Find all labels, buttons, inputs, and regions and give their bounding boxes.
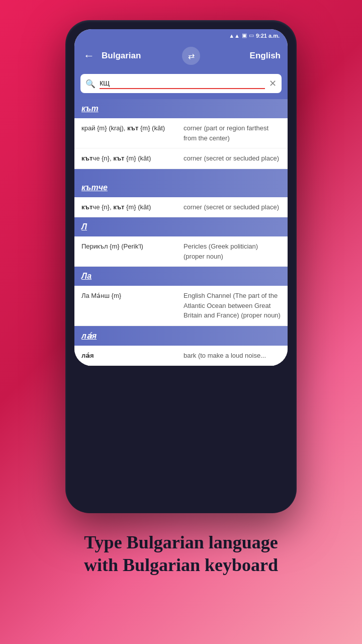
entry-left-1-0: кътче {n}, кът {m} (kăt) [81, 202, 178, 212]
section-header-word-4[interactable]: ла́я [81, 332, 97, 340]
table-row: кътче {n}, кът {m} (kăt)corner (secret o… [74, 197, 288, 218]
section-header-word-2[interactable]: Л [81, 222, 87, 231]
entry-right-2-0: Pericles (Greek politician) (proper noun… [184, 242, 281, 261]
section-header-0: кът [74, 99, 288, 118]
table-row: Ла Ма́нш {m}English Channel (The part of… [74, 286, 288, 326]
bottom-text-block: Type Bulgarian language with Bulgarian k… [64, 531, 298, 577]
table-row: Перикъл {m} (Perik'l)Pericles (Greek pol… [74, 236, 288, 267]
bottom-headline: Type Bulgarian language with Bulgarian k… [84, 531, 278, 577]
clear-search-button[interactable]: ✕ [269, 78, 277, 89]
section-header-word-1[interactable]: кътче [81, 183, 108, 192]
status-bar: ▲▲ ▣ ▭ 9:21 a.m. [74, 29, 288, 42]
section-header-word-3[interactable]: Ла [81, 272, 92, 280]
section-header-3: Ла [74, 267, 288, 286]
battery-icon: ▭ [249, 32, 254, 39]
status-icons: ▲▲ ▣ ▭ 9:21 a.m. [229, 32, 280, 39]
entry-left-3-0: Ла Ма́нш {m} [81, 291, 178, 320]
phone-screen: ▲▲ ▣ ▭ 9:21 a.m. ← Bulgarian ⇄ English 🔍 [74, 29, 288, 366]
entry-left-4-0: ла́я [81, 351, 178, 361]
phone-frame: ▲▲ ▣ ▭ 9:21 a.m. ← Bulgarian ⇄ English 🔍 [65, 20, 297, 513]
search-input-wrapper: 🔍 кщ ✕ [80, 74, 282, 93]
back-button[interactable]: ← [81, 47, 97, 64]
section-header-1: кътче [74, 169, 288, 197]
search-bar: 🔍 кщ ✕ [74, 70, 288, 99]
entry-right-0-0: corner (part or region farthest from the… [184, 123, 281, 143]
entry-left-2-0: Перикъл {m} (Perik'l) [81, 242, 178, 261]
section-header-2: Л [74, 217, 288, 236]
sim-icon: ▣ [242, 32, 247, 39]
section-header-word-0[interactable]: кът [81, 104, 99, 113]
entry-left-0-1: кътче {n}, кът {m} (kăt) [81, 153, 178, 164]
source-language-label: Bulgarian [102, 51, 177, 61]
entry-left-0-0: край {m} (kraj), кът {m} (kăt) [81, 123, 178, 143]
table-row: край {m} (kraj), кът {m} (kăt)corner (pa… [74, 118, 288, 148]
toolbar: ← Bulgarian ⇄ English [74, 42, 288, 70]
target-language-label: English [205, 51, 281, 61]
search-icon: 🔍 [85, 79, 96, 89]
entry-right-3-0: English Channel (The part of the Atlanti… [184, 291, 281, 320]
status-time: 9:21 a.m. [256, 33, 280, 39]
section-header-4: ла́я [74, 326, 288, 346]
table-row: ла́яbark (to make a loud noise... [74, 346, 288, 366]
dictionary-content: къткрай {m} (kraj), кът {m} (kăt)corner … [74, 99, 288, 366]
entry-right-0-1: corner (secret or secluded place) [184, 153, 281, 164]
search-input[interactable]: кщ [100, 78, 265, 89]
table-row: кътче {n}, кът {m} (kăt)corner (secret o… [74, 148, 288, 169]
entry-right-1-0: corner (secret or secluded place) [184, 202, 281, 212]
entry-right-4-0: bark (to make a loud noise... [184, 351, 281, 361]
swap-language-button[interactable]: ⇄ [182, 47, 200, 65]
wifi-icon: ▲▲ [229, 33, 240, 39]
swap-icon: ⇄ [188, 51, 195, 61]
